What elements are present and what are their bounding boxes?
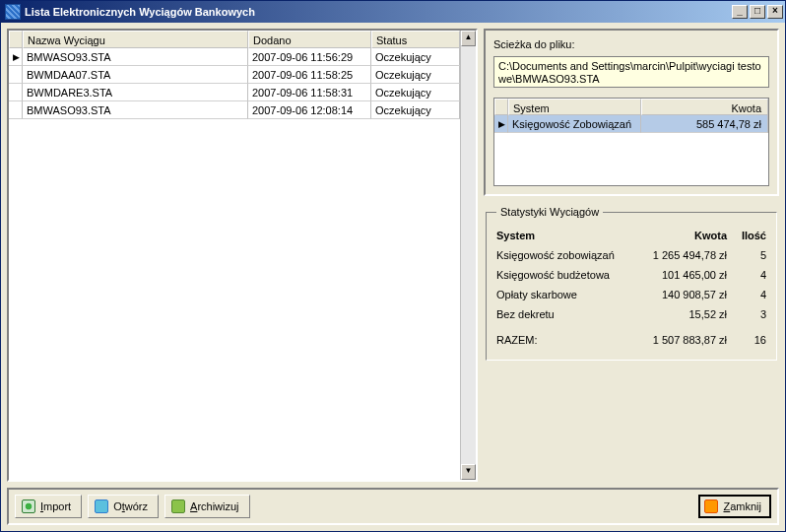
stats-system: Księgowość zobowiązań: [496, 249, 628, 261]
vertical-scrollbar[interactable]: ▲ ▼: [460, 31, 476, 480]
stats-total-amount: 1 507 883,87 zł: [628, 334, 727, 346]
row-marker-icon: ▶: [494, 115, 508, 133]
archive-button[interactable]: Archiwizuj: [164, 495, 250, 518]
row-marker: [9, 84, 23, 101]
window: Lista Elektronicznych Wyciągów Bankowych…: [0, 0, 786, 532]
statements-grid-header: Nazwa Wyciągu Dodano Status: [9, 31, 460, 48]
cell-name: BMWASO93.STA: [23, 101, 248, 119]
stats-total-count: 16: [727, 334, 766, 346]
stats-title: Statystyki Wyciągów: [496, 206, 603, 218]
open-label: Otwórz: [113, 500, 148, 512]
cell-added: 2007-09-06 11:58:25: [248, 66, 371, 84]
col-header-status[interactable]: Status: [371, 31, 460, 48]
statements-grid-body: ▶ BMWASO93.STA 2007-09-06 11:56:29 Oczek…: [9, 48, 460, 480]
minimize-button[interactable]: _: [732, 5, 748, 19]
open-button[interactable]: Otwórz: [88, 495, 159, 518]
close-icon: [704, 499, 718, 513]
stats-amount: 101 465,00 zł: [628, 269, 727, 281]
table-row[interactable]: ▶ Księgowość Zobowiązań 585 474,78 zł: [494, 115, 768, 133]
import-icon: [22, 499, 35, 513]
row-marker-header: [9, 31, 23, 48]
close-label: Zamknij: [723, 500, 761, 512]
close-window-button[interactable]: ×: [767, 5, 783, 19]
table-row[interactable]: BMWASO93.STA 2007-09-06 12:08:14 Oczekuj…: [9, 101, 460, 119]
import-label: Import: [40, 500, 71, 512]
bottom-toolbar: Import Otwórz Archiwizuj Zamknij: [7, 488, 779, 525]
stats-count: 3: [727, 308, 766, 320]
import-button[interactable]: Import: [15, 495, 82, 518]
systems-grid-header: System Kwota: [494, 99, 768, 115]
file-path-value: C:\Documents and Settings\marcin\Pulpit\…: [493, 56, 769, 88]
stats-system: Księgowość budżetowa: [496, 269, 628, 281]
col-header-name[interactable]: Nazwa Wyciągu: [23, 31, 248, 48]
cell-status: Oczekujący: [371, 84, 460, 101]
stats-amount: 140 908,57 zł: [628, 289, 727, 300]
stats-header-amount: Kwota: [628, 230, 727, 241]
stats-row: Księgowość budżetowa 101 465,00 zł 4: [496, 265, 766, 285]
stats-count: 5: [727, 249, 766, 261]
table-row[interactable]: ▶ BMWASO93.STA 2007-09-06 11:56:29 Oczek…: [9, 48, 460, 66]
stats-system: Bez dekretu: [496, 308, 628, 320]
cell-added: 2007-09-06 12:08:14: [248, 101, 371, 119]
col-header-added[interactable]: Dodano: [248, 31, 371, 48]
archive-icon: [171, 499, 185, 513]
stats-row: Opłaty skarbowe 140 908,57 zł 4: [496, 285, 766, 304]
cell-added: 2007-09-06 11:56:29: [248, 48, 371, 66]
stats-total-row: RAZEM: 1 507 883,87 zł 16: [496, 324, 766, 350]
cell-amount: 585 474,78 zł: [641, 115, 768, 133]
cell-name: BWMDAA07.STA: [23, 66, 248, 84]
close-button[interactable]: Zamknij: [698, 495, 771, 518]
stats-header-count: Ilość: [727, 230, 766, 241]
table-row[interactable]: BWMDAA07.STA 2007-09-06 11:58:25 Oczekuj…: [9, 66, 460, 84]
stats-count: 4: [727, 289, 766, 300]
app-icon: [5, 4, 21, 20]
titlebar: Lista Elektronicznych Wyciągów Bankowych…: [1, 1, 785, 23]
cell-name: BMWASO93.STA: [23, 48, 248, 66]
cell-status: Oczekujący: [371, 66, 460, 84]
cell-system: Księgowość Zobowiązań: [508, 115, 641, 133]
statements-panel: Nazwa Wyciągu Dodano Status ▶ BMWASO93.S…: [7, 29, 478, 482]
cell-added: 2007-09-06 11:58:31: [248, 84, 371, 101]
stats-row: Księgowość zobowiązań 1 265 494,78 zł 5: [496, 245, 766, 265]
cell-name: BWMDARE3.STA: [23, 84, 248, 101]
right-panel: Scieżka do pliku: C:\Documents and Setti…: [484, 29, 779, 482]
scroll-up-icon[interactable]: ▲: [461, 31, 476, 46]
stats-system: Opłaty skarbowe: [496, 289, 628, 300]
systems-grid[interactable]: System Kwota ▶ Księgowość Zobowiązań 585…: [493, 98, 769, 186]
file-path-label: Scieżka do pliku:: [493, 38, 769, 50]
client-area: Nazwa Wyciągu Dodano Status ▶ BMWASO93.S…: [1, 23, 785, 531]
stats-amount: 15,52 zł: [628, 308, 727, 320]
table-row[interactable]: BWMDARE3.STA 2007-09-06 11:58:31 Oczekuj…: [9, 84, 460, 101]
statements-grid[interactable]: Nazwa Wyciągu Dodano Status ▶ BMWASO93.S…: [9, 31, 460, 480]
stats-row: Bez dekretu 15,52 zł 3: [496, 304, 766, 324]
stats-amount: 1 265 494,78 zł: [628, 249, 727, 261]
cell-status: Oczekujący: [371, 48, 460, 66]
row-marker: [9, 101, 23, 119]
scroll-track[interactable]: [461, 46, 476, 464]
stats-count: 4: [727, 269, 766, 281]
top-area: Nazwa Wyciągu Dodano Status ▶ BMWASO93.S…: [7, 29, 779, 482]
stats-total-label: RAZEM:: [496, 334, 628, 346]
maximize-button[interactable]: □: [750, 5, 765, 19]
stats-panel: Statystyki Wyciągów System Kwota Ilość K…: [486, 206, 777, 361]
row-marker-icon: ▶: [9, 48, 23, 66]
scroll-down-icon[interactable]: ▼: [461, 464, 476, 480]
row-marker-header: [494, 99, 508, 115]
window-title: Lista Elektronicznych Wyciągów Bankowych: [25, 6, 732, 18]
open-icon: [95, 499, 108, 513]
row-marker: [9, 66, 23, 84]
col-header-system[interactable]: System: [508, 99, 641, 115]
archive-label: Archiwizuj: [190, 500, 239, 512]
window-buttons: _ □ ×: [732, 5, 783, 19]
stats-header-row: System Kwota Ilość: [496, 226, 766, 245]
stats-header-system: System: [496, 230, 628, 241]
file-path-panel: Scieżka do pliku: C:\Documents and Setti…: [484, 29, 779, 196]
cell-status: Oczekujący: [371, 101, 460, 119]
col-header-amount[interactable]: Kwota: [641, 99, 768, 115]
